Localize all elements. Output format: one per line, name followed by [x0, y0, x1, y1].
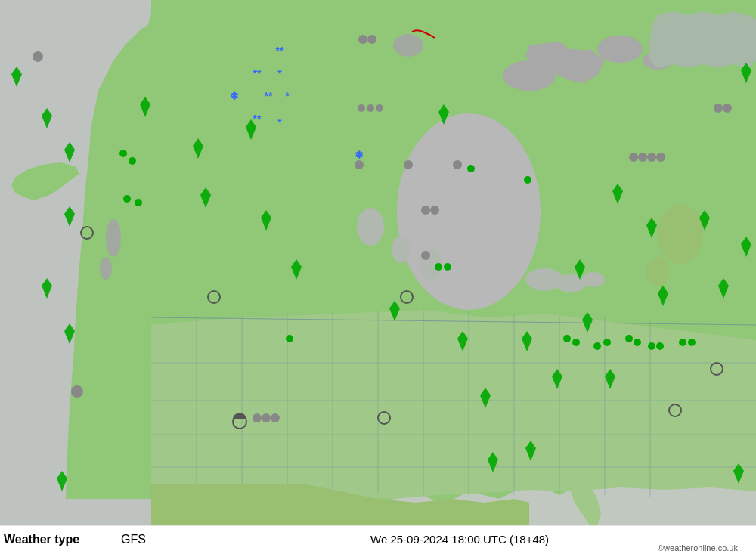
svg-text:*: * [277, 67, 282, 79]
svg-point-113 [648, 342, 655, 350]
svg-point-116 [688, 339, 696, 346]
svg-point-80 [367, 104, 374, 112]
svg-point-2 [397, 113, 541, 310]
svg-point-101 [135, 199, 142, 206]
svg-point-76 [33, 51, 43, 62]
svg-point-90 [262, 413, 271, 422]
svg-point-104 [444, 263, 451, 271]
svg-text:❄: ❄ [355, 149, 364, 161]
map-svg: ** ** * ❄ ** * ** * ❄ [0, 0, 756, 554]
svg-point-108 [572, 339, 580, 346]
svg-text:**: ** [265, 90, 273, 102]
svg-text:*: * [285, 90, 290, 102]
svg-point-79 [358, 104, 365, 112]
svg-point-85 [421, 206, 430, 215]
svg-point-100 [123, 195, 131, 203]
svg-point-83 [404, 160, 413, 169]
svg-point-87 [421, 251, 430, 260]
svg-point-97 [723, 104, 732, 113]
svg-point-82 [355, 160, 364, 169]
svg-point-110 [603, 339, 611, 346]
svg-point-12 [106, 219, 121, 257]
svg-point-114 [656, 342, 664, 350]
svg-point-92 [629, 153, 638, 162]
svg-text:Weather type: Weather type [4, 533, 79, 546]
svg-point-98 [119, 150, 127, 157]
svg-point-111 [625, 335, 633, 342]
svg-point-115 [679, 339, 686, 346]
svg-point-33 [658, 204, 703, 265]
svg-text:©weatheronline.co.uk: ©weatheronline.co.uk [658, 543, 738, 552]
svg-text:**: ** [276, 45, 284, 57]
svg-point-96 [714, 104, 723, 113]
svg-point-86 [430, 206, 439, 215]
svg-point-81 [376, 104, 383, 112]
svg-text:*: * [277, 116, 282, 128]
svg-text:**: ** [253, 67, 262, 79]
svg-point-107 [563, 335, 571, 342]
svg-point-105 [467, 165, 475, 172]
svg-point-93 [638, 153, 647, 162]
svg-text:GFS: GFS [121, 533, 146, 546]
svg-point-89 [253, 413, 262, 422]
svg-point-94 [647, 153, 656, 162]
svg-point-91 [271, 413, 280, 422]
svg-point-31 [392, 236, 410, 263]
svg-point-112 [634, 339, 641, 346]
svg-point-103 [435, 263, 442, 271]
map-container: ** ** * ❄ ** * ** * ❄ [0, 0, 756, 554]
svg-point-78 [367, 35, 376, 44]
svg-text:We 25-09-2024 18:00 UTC (18+48: We 25-09-2024 18:00 UTC (18+48) [370, 533, 549, 546]
svg-point-13 [100, 257, 112, 280]
svg-text:**: ** [253, 113, 262, 125]
svg-point-6 [393, 34, 423, 57]
svg-point-4 [556, 274, 586, 292]
svg-point-99 [129, 157, 136, 165]
svg-point-9 [597, 36, 643, 63]
svg-point-5 [582, 272, 605, 287]
svg-point-88 [71, 385, 83, 398]
svg-point-102 [286, 335, 293, 342]
svg-point-95 [656, 153, 665, 162]
svg-text:❄: ❄ [230, 90, 239, 102]
svg-point-84 [453, 160, 462, 169]
svg-point-30 [357, 208, 384, 246]
svg-point-34 [646, 257, 669, 287]
svg-point-106 [524, 176, 531, 184]
svg-point-109 [593, 342, 601, 350]
svg-point-77 [358, 35, 367, 44]
